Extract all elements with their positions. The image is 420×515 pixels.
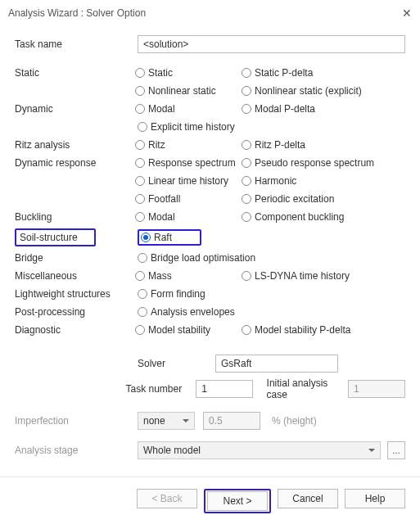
radio-nonlinear-static-explicit[interactable]: Nonlinear static (explicit) bbox=[242, 85, 362, 97]
radio-modal-pdelta[interactable]: Modal P-delta bbox=[242, 103, 315, 115]
radio-periodic-excitation[interactable]: Periodic excitation bbox=[242, 193, 334, 205]
radio-harmonic[interactable]: Harmonic bbox=[242, 175, 296, 187]
dynamic-label: Dynamic bbox=[15, 103, 135, 115]
radio-lsdyna-time-history[interactable]: LS-DYNA time history bbox=[242, 270, 350, 282]
radio-modal[interactable]: Modal bbox=[135, 103, 175, 115]
radio-ritz[interactable]: Ritz bbox=[135, 139, 165, 151]
radio-component-buckling[interactable]: Component buckling bbox=[242, 211, 344, 223]
cancel-button[interactable]: Cancel bbox=[278, 489, 338, 508]
back-button: < Back bbox=[137, 489, 197, 508]
imperfection-select: none bbox=[138, 412, 195, 430]
radio-linear-time-history[interactable]: Linear time history bbox=[135, 175, 228, 187]
diag-label: Diagnostic bbox=[15, 324, 135, 336]
post-label: Post-processing bbox=[15, 306, 138, 318]
dynresp-label: Dynamic response bbox=[15, 157, 135, 169]
solver-label: Solver bbox=[138, 358, 215, 369]
ritz-label: Ritz analysis bbox=[15, 139, 135, 151]
radio-static[interactable]: Static bbox=[135, 67, 173, 79]
solver-input[interactable] bbox=[215, 355, 338, 373]
radio-bridge-load-optimisation[interactable]: Bridge load optimisation bbox=[138, 252, 255, 264]
radio-raft[interactable]: Raft bbox=[141, 232, 172, 243]
radio-analysis-envelopes[interactable]: Analysis envelopes bbox=[138, 306, 235, 318]
radio-model-stability-pdelta[interactable]: Model stability P-delta bbox=[242, 324, 350, 336]
task-name-label: Task name bbox=[15, 38, 138, 50]
radio-mass[interactable]: Mass bbox=[135, 270, 172, 282]
soil-structure-label-highlight: Soil-structure bbox=[15, 228, 96, 246]
analysis-stage-more-button[interactable]: … bbox=[387, 441, 405, 459]
radio-form-finding[interactable]: Form finding bbox=[138, 288, 205, 300]
radio-modal-buckling[interactable]: Modal bbox=[135, 211, 175, 223]
initial-case-input bbox=[348, 380, 405, 398]
radio-ritz-pdelta[interactable]: Ritz P-delta bbox=[242, 139, 305, 151]
initial-case-label: Initial analysis case bbox=[267, 377, 348, 400]
analysis-stage-select: Whole model bbox=[138, 441, 381, 459]
next-button[interactable]: Next > bbox=[207, 491, 268, 511]
bridge-label: Bridge bbox=[15, 252, 138, 264]
raft-highlight: Raft bbox=[138, 229, 201, 246]
window-title: Analysis Wizard : Solver Option bbox=[8, 7, 146, 19]
help-button[interactable]: Help bbox=[345, 489, 405, 508]
misc-label: Miscellaneous bbox=[15, 270, 135, 282]
radio-static-pdelta[interactable]: Static P-delta bbox=[242, 67, 313, 79]
lightweight-label: Lightweight structures bbox=[15, 288, 138, 300]
close-icon[interactable]: ✕ bbox=[402, 7, 412, 20]
radio-explicit-time-history[interactable]: Explicit time history bbox=[138, 121, 235, 133]
radio-pseudo-response-spectrum[interactable]: Pseudo response spectrum bbox=[242, 157, 374, 169]
radio-model-stability[interactable]: Model stability bbox=[135, 324, 210, 336]
radio-footfall[interactable]: Footfall bbox=[135, 193, 180, 205]
buckling-label: Buckling bbox=[15, 211, 135, 223]
task-number-label: Task number bbox=[126, 383, 196, 395]
imperfection-value bbox=[203, 412, 260, 430]
static-label: Static bbox=[15, 67, 135, 79]
task-number-input[interactable] bbox=[196, 380, 253, 398]
task-name-input[interactable] bbox=[138, 35, 405, 53]
imperfection-label: Imperfection bbox=[15, 415, 138, 427]
next-highlight: Next > bbox=[204, 489, 271, 513]
radio-response-spectrum[interactable]: Response spectrum bbox=[135, 157, 236, 169]
radio-nonlinear-static[interactable]: Nonlinear static bbox=[135, 85, 216, 97]
analysis-stage-label: Analysis stage bbox=[15, 445, 138, 456]
imperfection-unit: % (height) bbox=[272, 415, 317, 427]
